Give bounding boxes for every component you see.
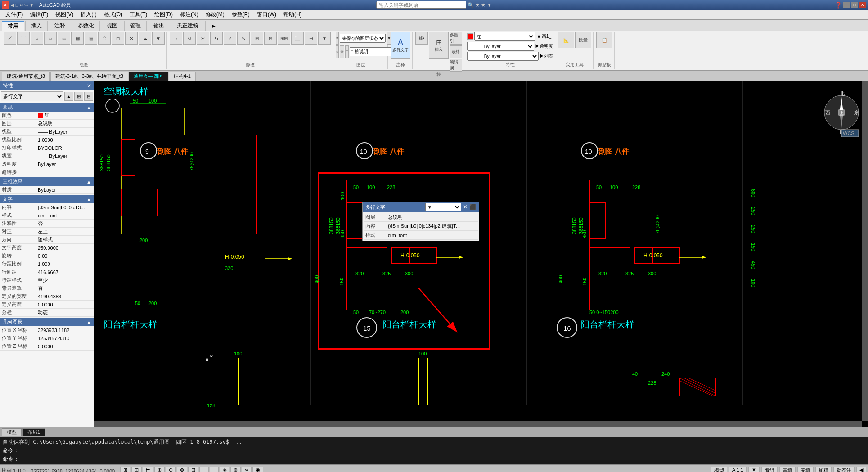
fill2-btn-status[interactable]: 充填 — [797, 467, 814, 472]
section-3d[interactable]: 三维效果 ▲ — [0, 177, 94, 186]
snap-btn[interactable]: ⊡ — [131, 467, 142, 472]
prop-trans-value[interactable]: ByLayer — [38, 162, 92, 167]
lwt-btn[interactable]: ≡ — [210, 467, 219, 472]
ribbon-tab-output[interactable]: 输出 — [148, 21, 170, 31]
mtext-btn[interactable]: A 多行文字 — [391, 32, 410, 59]
menu-format[interactable]: 格式(O) — [100, 10, 126, 19]
cad-canvas[interactable]: 空调板大样 50 100 388150 388150 76@200 200 — [94, 81, 868, 427]
measure-btn[interactable]: 📐 — [558, 32, 574, 48]
fill-btn-status[interactable]: 基填 — [779, 467, 796, 472]
model-btn-status[interactable]: 模型 — [711, 467, 727, 472]
polyline-btn[interactable]: ⌒ — [17, 32, 30, 45]
ducs-btn[interactable]: ⊞ — [188, 467, 198, 472]
layer-btn2[interactable]: ○ — [336, 45, 339, 58]
prop-style-value[interactable]: dim_font — [38, 213, 92, 218]
wipeout-btn[interactable]: ✕ — [125, 32, 138, 45]
tp-btn[interactable]: ◈ — [220, 467, 229, 472]
nav-left-btn[interactable]: ◀ — [856, 467, 866, 472]
color-selector[interactable]: 红 — [474, 32, 535, 41]
prop-content-value[interactable]: {\fSimSun|b0|i0|c13... — [38, 205, 92, 210]
section-general[interactable]: 常规 ▲ — [0, 103, 94, 112]
menu-file[interactable]: 文件(F) — [2, 10, 27, 19]
rotate-btn[interactable]: ↻ — [183, 32, 196, 45]
am-btn[interactable]: ◉ — [252, 467, 263, 472]
draw-more-btn[interactable]: ▼ — [152, 32, 165, 45]
menu-edit[interactable]: 编辑(E) — [27, 10, 52, 19]
arc-btn[interactable]: ⌓ — [44, 32, 57, 45]
menu-help[interactable]: 帮助(H) — [280, 10, 306, 19]
erase-btn[interactable]: ⬜ — [291, 32, 304, 45]
line-btn[interactable]: ／ — [4, 32, 16, 45]
offset-btn[interactable]: ⊟ — [264, 32, 277, 45]
properties-close-icon[interactable]: ✕ — [87, 83, 91, 89]
prop-btn3[interactable]: ⊟ — [84, 92, 93, 101]
table-btn[interactable]: 表格 — [450, 45, 462, 58]
menu-view[interactable]: 视图(V) — [52, 10, 77, 19]
revision-cloud-btn[interactable]: ☁ — [139, 32, 151, 45]
extend-btn[interactable]: ⊣ — [305, 32, 317, 45]
menu-modify[interactable]: 修改(M) — [202, 10, 228, 19]
section-text[interactable]: 文字 ▲ — [0, 195, 94, 203]
ribbon-tab-more[interactable]: ► — [205, 21, 222, 31]
prop-ls-value[interactable]: 416.6667 — [38, 270, 92, 275]
scale-dropdown-btn[interactable]: ▼ — [748, 467, 760, 472]
layer-selector[interactable]: 未保存的图层状态 — [340, 34, 386, 43]
edit-attr-btn[interactable]: 编辑属 — [450, 59, 462, 72]
polar-btn[interactable]: ⊕ — [154, 467, 165, 472]
maximize-button[interactable]: □ — [851, 2, 858, 8]
drawing-area[interactable]: 空调板大样 50 100 388150 388150 76@200 200 — [94, 81, 868, 427]
circle-btn[interactable]: ○ — [31, 32, 43, 45]
minimize-button[interactable]: ─ — [843, 2, 850, 8]
rect-btn[interactable]: ▭ — [58, 32, 70, 45]
mtext-expand-icon[interactable]: ⬛ — [469, 204, 476, 210]
trim-btn[interactable]: ✂ — [197, 32, 209, 45]
menu-tools[interactable]: 工具(T) — [126, 10, 151, 19]
layout-tab-model[interactable]: 模型 — [2, 428, 22, 436]
layer-btn4[interactable]: □ — [345, 45, 348, 58]
menu-params[interactable]: 参数(P) — [228, 10, 253, 19]
prop-col-value[interactable]: 动态 — [38, 309, 92, 316]
horizontal-scrollbar[interactable] — [94, 421, 862, 427]
line-btn2[interactable]: 线• — [415, 32, 428, 45]
array-btn[interactable]: ⊞⊞ — [278, 32, 290, 45]
prop-pz-value[interactable]: 0.0000 — [38, 344, 92, 349]
prop-lt-scale-value[interactable]: 1.0000 — [38, 137, 92, 143]
boundary-btn[interactable]: ⬡ — [98, 32, 111, 45]
section-geometry[interactable]: 几何图形 ▲ — [0, 318, 94, 326]
otrack-btn[interactable]: ⊛ — [177, 467, 187, 472]
close-button[interactable]: ✕ — [859, 2, 866, 8]
prop-th-value[interactable]: 250.0000 — [38, 245, 92, 251]
prop-px-value[interactable]: 3293933.1182 — [38, 328, 92, 333]
prop-just-value[interactable]: 左上 — [38, 228, 92, 235]
layer-btn3[interactable]: ☀ — [340, 45, 344, 58]
layout-tab-1[interactable]: 布局1 — [22, 428, 45, 436]
linetype-selector[interactable]: ——— ByLayer — [467, 42, 534, 51]
ribbon-tab-manage[interactable]: 管理 — [124, 21, 147, 31]
prop-lsf-value[interactable]: 1.000 — [38, 261, 92, 267]
scale-btn[interactable]: ⤡ — [237, 32, 250, 45]
prop-py-value[interactable]: 1253457.4310 — [38, 336, 92, 341]
doc-tab-0[interactable]: 建筑-通用节点_t3 — [2, 72, 50, 81]
group-btn-status[interactable]: 编组 — [761, 467, 778, 472]
ribbon-tab-params[interactable]: 参数化 — [72, 21, 100, 31]
doc-tab-2[interactable]: 通用图—四区 — [129, 72, 168, 81]
doc-tab-1[interactable]: 建筑-3-1#、3-3#、4-1#平面_t3 — [50, 72, 128, 81]
prop-btn2[interactable]: ⊞ — [74, 92, 83, 101]
prop-material-value[interactable]: ByLayer — [38, 187, 92, 193]
doc-tab-3[interactable]: 结构4-1 — [169, 72, 196, 81]
prop-color-value[interactable]: 红 — [38, 112, 92, 119]
ribbon-tab-view[interactable]: 视图 — [101, 21, 123, 31]
prop-rot-value[interactable]: 0.00 — [38, 253, 92, 259]
scale-btn-status[interactable]: A 1:1 — [729, 467, 747, 472]
dyn-btn[interactable]: + — [199, 467, 208, 472]
bold-btn-status[interactable]: 加粗 — [815, 467, 832, 472]
search-input[interactable] — [376, 1, 466, 9]
mtext-dropdown[interactable]: ▼ — [425, 203, 461, 211]
layer-manager-btn[interactable]: ≡ — [336, 32, 339, 45]
dynamic-btn-status[interactable]: 动态注 — [833, 467, 855, 472]
ribbon-tab-annotate[interactable]: 注释 — [49, 21, 71, 31]
quantity-btn[interactable]: 数量 — [575, 32, 591, 48]
osnap-btn[interactable]: ⊙ — [166, 467, 176, 472]
mtext-close-icon[interactable]: ✕ — [463, 204, 468, 210]
stretch-btn[interactable]: ⤢ — [224, 32, 236, 45]
